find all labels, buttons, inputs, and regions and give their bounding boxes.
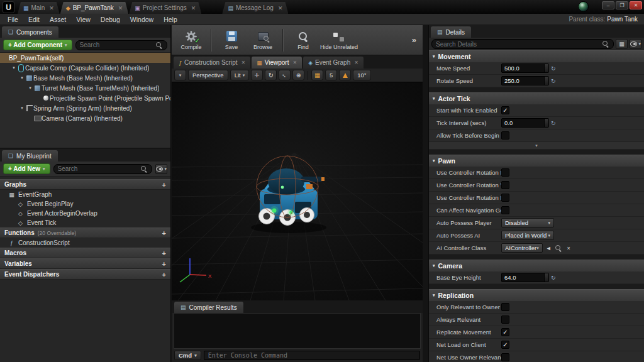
tab-close-icon[interactable]: ✕ (49, 5, 54, 11)
use-selected-icon[interactable]: ◄ (545, 245, 553, 251)
number-field[interactable]: 250.0 (501, 76, 549, 85)
category-pawn[interactable]: ▾Pawn (429, 155, 644, 167)
tab-close-icon[interactable]: ✕ (242, 60, 246, 65)
tab-close-icon[interactable]: ✕ (292, 60, 297, 65)
browse-button[interactable]: Browse (248, 26, 277, 54)
add-new-button[interactable]: + Add New ▾ (3, 163, 50, 174)
expand-advanced-button[interactable]: ▼ (429, 142, 644, 150)
rotation-snap-value-button[interactable]: 10° (353, 70, 370, 80)
close-button[interactable]: ✕ (630, 1, 642, 9)
window-tab-main[interactable]: ▦Main✕ (18, 2, 60, 14)
rotation-snap-button[interactable] (339, 70, 351, 80)
details-search-input[interactable] (436, 41, 602, 48)
section-macros[interactable]: Macros+ (0, 248, 170, 258)
lit-button[interactable]: Lit▾ (230, 70, 250, 80)
window-tab-project-settings[interactable]: ▣Project Settings✕ (129, 2, 201, 14)
menu-view[interactable]: View (71, 16, 96, 23)
cmd-dropdown-button[interactable]: Cmd ▾ (174, 351, 201, 360)
item-eventgraph[interactable]: EventGraph (0, 190, 170, 199)
tab-compiler-results[interactable]: ▤ Compiler Results (174, 302, 243, 313)
translate-tool-button[interactable]: ✛ (251, 70, 263, 80)
add-icon[interactable]: + (162, 260, 166, 268)
perspective-button[interactable]: Perspective (188, 70, 228, 80)
checkbox[interactable] (501, 341, 509, 349)
coordinate-system-button[interactable]: ⊕ (292, 70, 304, 80)
save-button[interactable]: Save (217, 26, 246, 54)
reset-icon[interactable]: ↻ (551, 275, 556, 281)
scale-tool-button[interactable]: ↔ (279, 70, 291, 80)
tab-components[interactable]: ❏ Components (2, 26, 58, 38)
menu-file[interactable]: File (3, 16, 23, 23)
viewport-3d[interactable]: X (172, 82, 423, 300)
rotate-tool-button[interactable]: ↻ (265, 70, 277, 80)
expand-arrow-icon[interactable]: ▾ (11, 65, 17, 70)
component-camera-camera-inherited[interactable]: Camera (Camera) (Inherited) (0, 113, 170, 123)
minimize-button[interactable]: – (602, 1, 614, 9)
tab-viewport[interactable]: ▦ Viewport ✕ (252, 57, 302, 69)
tab-event-graph[interactable]: ◈ Event Graph ✕ (303, 57, 364, 69)
checkbox[interactable] (501, 181, 509, 189)
tab-close-icon[interactable]: ✕ (118, 5, 123, 11)
add-component-button[interactable]: + Add Component ▾ (3, 40, 72, 50)
add-icon[interactable]: + (162, 250, 166, 257)
grid-snap-button[interactable]: ▦ (311, 70, 323, 80)
expand-arrow-icon[interactable]: ▾ (19, 75, 25, 80)
components-search-input[interactable] (80, 41, 155, 48)
component-base-mesh-base-mesh-inherited[interactable]: ▾Base Mesh (Base Mesh) (Inherited) (0, 73, 170, 83)
tab-construction-script[interactable]: ƒ Construction Script ✕ (174, 57, 250, 69)
tab-details[interactable]: ▤ Details (431, 26, 471, 38)
component-projectile-spawn-point-projectile-spawn-point-i[interactable]: Projectile Spawn Point (Projectile Spawn… (0, 93, 170, 103)
checkbox[interactable] (501, 106, 509, 114)
property-matrix-button[interactable]: ▦ (616, 39, 628, 49)
menu-debug[interactable]: Debug (96, 16, 125, 23)
tab-close-icon[interactable]: ✕ (354, 60, 358, 65)
expand-arrow-icon[interactable]: ▾ (27, 85, 33, 90)
section-graphs[interactable]: Graphs+ (0, 179, 170, 190)
checkbox[interactable] (501, 131, 509, 140)
section-functions[interactable]: Functions(20 Overridable)+ (0, 228, 170, 238)
number-field[interactable]: 0.0 (501, 118, 549, 128)
checkbox[interactable] (501, 328, 509, 336)
tab-close-icon[interactable]: ✕ (191, 5, 196, 11)
dropdown[interactable]: Placed in World▾ (501, 231, 554, 240)
checkbox[interactable] (501, 315, 509, 324)
add-icon[interactable]: + (162, 181, 166, 189)
checkbox[interactable] (501, 168, 509, 177)
category-replication[interactable]: ▾Replication (429, 289, 644, 301)
tab-close-icon[interactable]: ✕ (278, 5, 283, 11)
viewport-options-button[interactable]: ▾ (174, 70, 186, 80)
checkbox[interactable] (501, 194, 509, 202)
clear-icon[interactable]: × (565, 245, 573, 251)
window-tab-message-log[interactable]: ▤Message Log✕ (222, 2, 288, 14)
item-event-beginplay[interactable]: Event BeginPlay (0, 199, 170, 209)
visibility-filter-button[interactable]: ▾ (155, 164, 167, 174)
reset-icon[interactable]: ↻ (551, 65, 556, 72)
menu-edit[interactable]: Edit (23, 16, 45, 23)
reset-icon[interactable]: ↻ (551, 78, 556, 84)
search-icon[interactable] (555, 244, 563, 252)
number-field[interactable]: 64.0 (501, 273, 549, 282)
category-movement[interactable]: ▾Movement (429, 50, 644, 62)
checkbox[interactable] (501, 303, 509, 311)
item-constructionscript[interactable]: ConstructionScript (0, 238, 170, 248)
section-variables[interactable]: Variables+ (0, 258, 170, 269)
add-icon[interactable]: + (162, 229, 166, 237)
compile-button[interactable]: ✓ Compile (177, 26, 206, 54)
checkbox[interactable] (501, 353, 509, 361)
number-field[interactable]: 500.0 (501, 63, 549, 73)
toolbar-overflow-chevron[interactable]: » (412, 35, 418, 45)
checkbox[interactable] (501, 206, 509, 214)
component-spring-arm-spring-arm-inherited[interactable]: ▾Spring Arm (Spring Arm) (Inherited) (0, 103, 170, 113)
display-filter-button[interactable]: ▾ (630, 39, 641, 49)
component-bp-pawntank-self[interactable]: BP_PawnTank(self) (0, 53, 170, 63)
find-button[interactable]: Find (289, 26, 318, 54)
hide-unrelated-button[interactable]: Hide Unrelated (320, 26, 358, 54)
dropdown[interactable]: Disabled▾ (501, 218, 554, 228)
category-camera[interactable]: ▾Camera (429, 260, 644, 272)
window-tab-bp-pawntank[interactable]: ◆BP_PawnTank✕ (60, 2, 129, 14)
reset-icon[interactable]: ↻ (551, 120, 556, 126)
item-event-actorbeginoverlap[interactable]: Event ActorBeginOverlap (0, 209, 170, 218)
menu-help[interactable]: Help (158, 16, 182, 23)
class-dropdown[interactable]: AIController▾ (501, 243, 543, 253)
console-command-input[interactable] (204, 351, 420, 360)
